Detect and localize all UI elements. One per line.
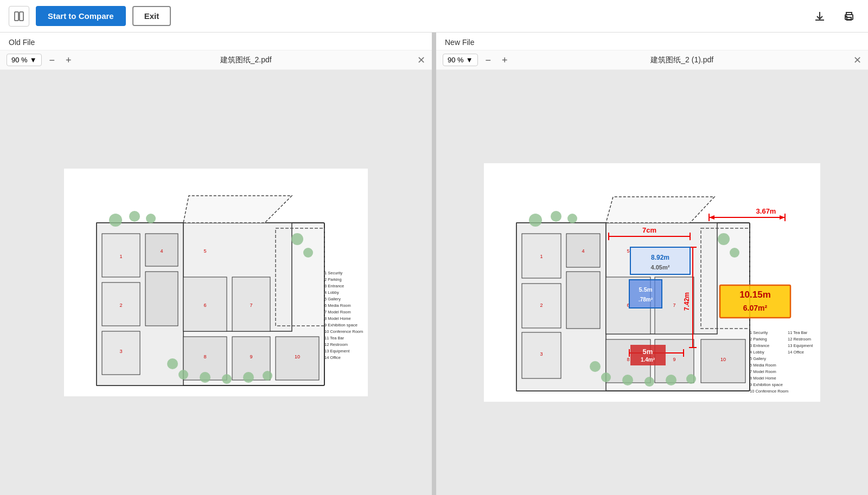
left-panel-toolbar: 90 % ▼ − + 建筑图纸_2.pdf ✕ bbox=[0, 50, 432, 70]
svg-text:5  Gallery: 5 Gallery bbox=[324, 297, 341, 301]
svg-rect-113 bbox=[629, 280, 662, 308]
svg-point-81 bbox=[666, 375, 676, 385]
left-panel: Old File 90 % ▼ − + 建筑图纸_2.pdf ✕ bbox=[0, 33, 432, 495]
svg-rect-14 bbox=[145, 272, 178, 326]
left-zoom-chevron: ▼ bbox=[30, 56, 37, 64]
svg-text:4.05m²: 4.05m² bbox=[651, 264, 670, 271]
svg-text:2: 2 bbox=[119, 303, 122, 308]
svg-text:1: 1 bbox=[540, 254, 542, 259]
svg-text:7.42m: 7.42m bbox=[683, 292, 691, 311]
left-panel-content[interactable]: 1 2 3 4 5 6 7 8 9 10 1 Security 2 bbox=[0, 70, 432, 495]
right-zoom-out-button[interactable]: − bbox=[482, 54, 495, 66]
svg-text:7cm: 7cm bbox=[642, 226, 656, 234]
svg-text:10  Conference Room: 10 Conference Room bbox=[750, 389, 788, 394]
svg-point-30 bbox=[243, 372, 254, 383]
svg-text:14  Office: 14 Office bbox=[788, 350, 804, 355]
exit-button[interactable]: Exit bbox=[132, 6, 171, 26]
svg-point-27 bbox=[178, 370, 188, 380]
right-zoom-value: 90 % bbox=[448, 56, 464, 64]
svg-text:8  Model Home: 8 Model Home bbox=[324, 316, 351, 321]
svg-text:9  Exhibition space: 9 Exhibition space bbox=[324, 323, 358, 327]
svg-text:5: 5 bbox=[203, 248, 206, 254]
svg-point-23 bbox=[146, 214, 156, 223]
start-compare-button[interactable]: Start to Compare bbox=[36, 6, 126, 26]
svg-text:6  Media Room: 6 Media Room bbox=[324, 303, 351, 308]
left-zoom-value: 90 % bbox=[11, 56, 28, 64]
svg-point-29 bbox=[222, 374, 232, 384]
svg-text:13  Equipment: 13 Equipment bbox=[324, 349, 350, 353]
right-zoom-select[interactable]: 90 % ▼ bbox=[443, 54, 478, 66]
svg-text:1: 1 bbox=[119, 254, 122, 259]
svg-point-73 bbox=[551, 211, 561, 222]
svg-text:5  Gallery: 5 Gallery bbox=[750, 356, 766, 361]
svg-text:9: 9 bbox=[673, 357, 675, 362]
svg-point-25 bbox=[303, 248, 313, 258]
svg-point-24 bbox=[291, 233, 303, 245]
svg-text:3: 3 bbox=[540, 351, 542, 357]
svg-point-79 bbox=[622, 375, 633, 385]
svg-text:2  Parking: 2 Parking bbox=[750, 337, 767, 342]
svg-text:7  Model Room: 7 Model Room bbox=[750, 369, 776, 374]
svg-text:11  Tea Bar: 11 Tea Bar bbox=[324, 336, 344, 340]
print-button[interactable] bbox=[839, 6, 859, 27]
left-zoom-out-button[interactable]: − bbox=[46, 54, 59, 66]
svg-text:10: 10 bbox=[720, 357, 726, 362]
svg-text:7: 7 bbox=[250, 303, 252, 308]
left-floor-plan: 1 2 3 4 5 6 7 8 9 10 1 Security 2 bbox=[64, 169, 368, 396]
svg-text:8  Model Home: 8 Model Home bbox=[750, 376, 776, 381]
svg-text:5: 5 bbox=[627, 248, 629, 254]
svg-rect-3 bbox=[847, 17, 851, 20]
svg-text:.78m²: .78m² bbox=[639, 297, 653, 303]
right-zoom-chevron: ▼ bbox=[466, 56, 473, 64]
svg-text:6  Media Room: 6 Media Room bbox=[750, 363, 776, 368]
svg-text:2: 2 bbox=[540, 303, 542, 308]
svg-text:7  Model Room: 7 Model Room bbox=[324, 310, 351, 314]
svg-text:2  Parking: 2 Parking bbox=[324, 277, 342, 282]
svg-text:1.4m²: 1.4m² bbox=[641, 357, 655, 363]
svg-text:11  Tea Bar: 11 Tea Bar bbox=[788, 330, 808, 335]
svg-point-26 bbox=[167, 358, 178, 369]
svg-text:4  Lobby: 4 Lobby bbox=[324, 290, 339, 295]
right-panel-content[interactable]: 1 2 3 4 5 6 7 8 9 10 bbox=[436, 70, 868, 495]
svg-point-21 bbox=[109, 214, 122, 227]
svg-rect-0 bbox=[15, 12, 18, 21]
svg-text:13  Equipment: 13 Equipment bbox=[788, 343, 813, 348]
svg-text:3  Entrance: 3 Entrance bbox=[750, 343, 769, 348]
svg-text:4  Lobby: 4 Lobby bbox=[750, 350, 764, 355]
svg-text:8: 8 bbox=[627, 357, 629, 362]
svg-text:8.92m: 8.92m bbox=[651, 254, 669, 261]
right-close-button[interactable]: ✕ bbox=[853, 54, 861, 66]
svg-text:14  Office: 14 Office bbox=[324, 355, 341, 360]
svg-text:7: 7 bbox=[673, 303, 675, 308]
svg-text:5m: 5m bbox=[643, 348, 653, 356]
download-button[interactable] bbox=[809, 6, 830, 27]
svg-point-22 bbox=[129, 211, 140, 222]
svg-text:12  Restroom: 12 Restroom bbox=[324, 342, 348, 347]
svg-text:10.15m: 10.15m bbox=[739, 290, 771, 300]
left-zoom-select[interactable]: 90 % ▼ bbox=[7, 54, 42, 66]
right-zoom-in-button[interactable]: + bbox=[499, 54, 511, 66]
header-actions bbox=[809, 6, 859, 27]
svg-point-76 bbox=[730, 248, 739, 258]
left-zoom-in-button[interactable]: + bbox=[62, 54, 75, 66]
svg-text:3: 3 bbox=[119, 349, 122, 354]
left-filename: 建筑图纸_2.pdf bbox=[79, 55, 413, 65]
svg-text:4: 4 bbox=[160, 248, 163, 254]
svg-rect-1 bbox=[20, 12, 23, 21]
svg-text:6.07m²: 6.07m² bbox=[743, 304, 768, 312]
svg-point-72 bbox=[529, 214, 542, 227]
right-filename: 建筑图纸_2 (1).pdf bbox=[515, 55, 849, 65]
svg-rect-65 bbox=[566, 272, 600, 329]
main-content: Old File 90 % ▼ − + 建筑图纸_2.pdf ✕ bbox=[0, 33, 868, 495]
svg-text:12  Restroom: 12 Restroom bbox=[788, 337, 811, 342]
panel-divider[interactable] bbox=[432, 33, 436, 495]
svg-text:10: 10 bbox=[295, 354, 300, 359]
compare-icon-button[interactable] bbox=[9, 6, 29, 27]
header: Start to Compare Exit bbox=[0, 0, 868, 33]
right-panel: New File 90 % ▼ − + 建筑图纸_2 (1).pdf ✕ bbox=[436, 33, 868, 495]
svg-text:1  Security: 1 Security bbox=[750, 330, 768, 335]
svg-point-75 bbox=[718, 233, 730, 245]
left-close-button[interactable]: ✕ bbox=[417, 54, 425, 66]
svg-point-77 bbox=[590, 361, 601, 372]
right-floor-plan: 1 2 3 4 5 6 7 8 9 10 bbox=[484, 163, 820, 402]
